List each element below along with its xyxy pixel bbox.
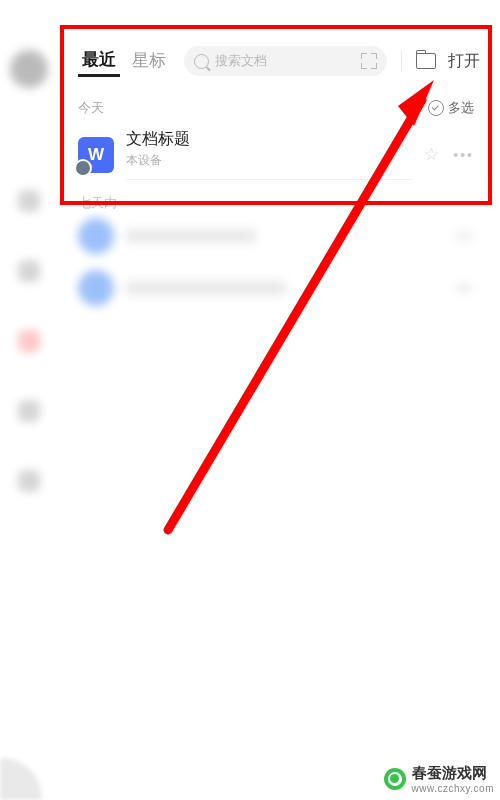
row-actions: ☆ ••• <box>424 144 474 165</box>
watermark-logo-icon <box>384 768 406 790</box>
scan-icon[interactable] <box>361 53 377 69</box>
check-circle-icon <box>428 100 444 116</box>
blurred-content <box>60 210 492 314</box>
main-panel: 最近 星标 搜索文档 打开 今天 多选 W 文档标题 本设备 ☆ <box>60 25 492 205</box>
doc-meta: 文档标题 本设备 <box>126 129 412 180</box>
document-row[interactable]: W 文档标题 本设备 ☆ ••• <box>60 123 492 190</box>
section-header-row: 今天 多选 <box>60 83 492 123</box>
watermark-name: 春蚕游戏网 <box>412 764 494 783</box>
section-today-label: 今天 <box>78 99 104 117</box>
doc-subtitle: 本设备 <box>126 152 412 169</box>
doc-icon-letter: W <box>88 145 104 165</box>
search-icon <box>194 54 209 69</box>
avatar-blur <box>10 50 48 88</box>
open-button[interactable]: 打开 <box>448 51 480 72</box>
multiselect-label: 多选 <box>448 99 474 117</box>
doc-type-icon: W <box>78 137 114 173</box>
top-toolbar: 最近 星标 搜索文档 打开 <box>60 25 492 83</box>
folder-icon[interactable] <box>416 53 436 69</box>
sidebar-dot <box>18 190 40 212</box>
sidebar-dot <box>18 260 40 282</box>
section-week-label: 七天内 <box>60 190 492 212</box>
device-badge-icon <box>74 159 92 177</box>
more-icon[interactable]: ••• <box>453 147 474 163</box>
doc-title: 文档标题 <box>126 129 412 150</box>
tab-starred[interactable]: 星标 <box>128 47 170 75</box>
star-icon[interactable]: ☆ <box>424 144 439 165</box>
sidebar-dot <box>18 400 40 422</box>
sidebar-dot <box>18 470 40 492</box>
tab-recent[interactable]: 最近 <box>78 46 120 77</box>
sidebar-dot <box>18 330 40 352</box>
blurred-row <box>60 262 492 314</box>
search-placeholder: 搜索文档 <box>215 52 355 70</box>
divider <box>401 51 402 71</box>
multiselect-button[interactable]: 多选 <box>428 99 474 117</box>
blurred-row <box>60 210 492 262</box>
watermark-url: www.czchxy.com <box>412 783 494 794</box>
watermark: 春蚕游戏网 www.czchxy.com <box>384 764 494 794</box>
search-input[interactable]: 搜索文档 <box>184 46 387 76</box>
